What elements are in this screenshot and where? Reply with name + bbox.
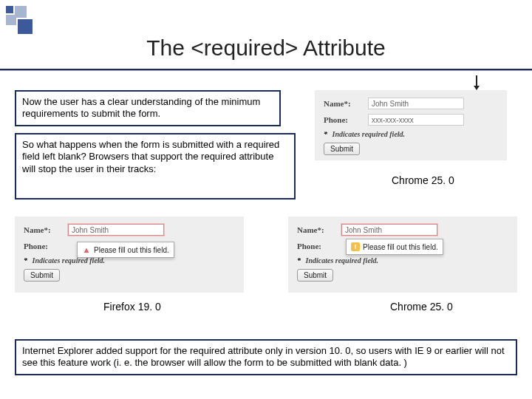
- name-label: Name*:: [297, 225, 335, 234]
- corner-decoration: [6, 6, 50, 33]
- slide-title: The <required> Attribute: [0, 35, 532, 61]
- form-screenshot-firefox: Name*: John Smith Phone: * Indicates req…: [15, 216, 244, 293]
- name-field: John Smith: [68, 224, 164, 236]
- caption-chrome-a: Chrome 25. 0: [392, 174, 454, 186]
- callout-ie-note: Internet Explorer added support for the …: [15, 339, 517, 375]
- submit-button: Submit: [324, 143, 360, 155]
- asterisk: *: [297, 256, 301, 265]
- caption-firefox: Firefox 19. 0: [103, 301, 161, 313]
- validation-message: Please fill out this field.: [363, 243, 438, 251]
- name-label: Name*:: [324, 99, 362, 108]
- submit-button: Submit: [24, 269, 60, 282]
- asterisk: *: [24, 256, 27, 265]
- warning-icon: ▲: [82, 245, 91, 254]
- callout-understanding: Now the user has a clear understanding o…: [15, 90, 281, 126]
- name-field: John Smith: [341, 224, 437, 236]
- validation-popover-chrome: ! Please fill out this field.: [346, 239, 443, 255]
- callout-what-happens: So what happens when the form is submitt…: [15, 133, 296, 200]
- header-rule: [0, 69, 532, 71]
- name-field: John Smith: [368, 98, 464, 109]
- arrow-down-icon: [476, 75, 477, 87]
- validation-message: Please fill out this field.: [94, 246, 169, 254]
- asterisk: *: [324, 130, 327, 138]
- caption-chrome-c: Chrome 25. 0: [390, 301, 453, 313]
- warning-icon: !: [351, 242, 360, 251]
- required-hint: Indicates required field.: [332, 130, 406, 138]
- submit-button: Submit: [297, 269, 333, 282]
- form-screenshot-chrome-msg: Name*: John Smith Phone: * Indicates req…: [288, 216, 517, 293]
- required-hint: Indicates required field.: [306, 256, 379, 265]
- phone-label: Phone:: [324, 115, 362, 124]
- phone-label: Phone:: [24, 242, 62, 250]
- validation-popover-firefox: ▲ Please fill out this field.: [77, 242, 174, 258]
- phone-field: xxx-xxx-xxxx: [368, 114, 464, 126]
- form-screenshot-chrome-plain: Name*: John Smith Phone: xxx-xxx-xxxx * …: [315, 90, 507, 160]
- phone-label: Phone:: [297, 242, 335, 250]
- name-label: Name*:: [24, 225, 62, 234]
